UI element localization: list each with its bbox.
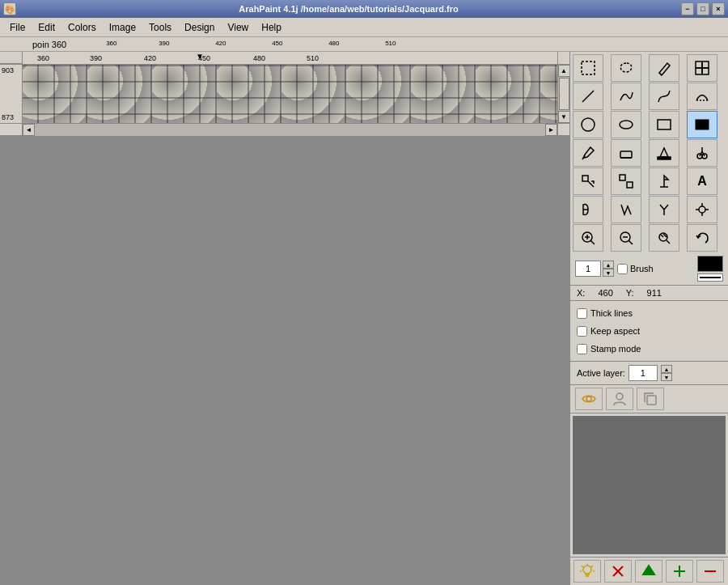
menu-view[interactable]: View xyxy=(221,20,255,35)
stamp-mode-checkbox[interactable] xyxy=(577,344,587,354)
zoom-in-button[interactable] xyxy=(573,224,603,252)
arc-tool[interactable] xyxy=(687,83,717,110)
scrollbar-bottom: ◄ ► xyxy=(23,123,557,135)
transform-c-tool[interactable] xyxy=(649,167,679,195)
active-layer-row: Active layer: 1 ▲ ▼ xyxy=(570,362,728,385)
layer-light-button[interactable] xyxy=(574,560,601,583)
freehand-tool[interactable] xyxy=(611,83,641,110)
size-input[interactable]: 1 xyxy=(575,261,601,277)
svg-point-35 xyxy=(586,396,591,401)
dropper-tool[interactable] xyxy=(573,139,603,167)
menu-help[interactable]: Help xyxy=(255,20,288,35)
svg-line-28 xyxy=(590,240,595,244)
undo-button[interactable] xyxy=(687,224,717,252)
curve-tool[interactable] xyxy=(649,83,679,110)
zoom-fit-button[interactable] xyxy=(649,224,679,252)
menu-image[interactable]: Image xyxy=(103,20,142,35)
fabric-canvas xyxy=(23,65,557,123)
transform-a-tool[interactable] xyxy=(573,167,603,195)
layer-spinner: ▲ ▼ xyxy=(661,365,672,381)
ruler-top: 360 390 420 450 480 510 ▼ xyxy=(23,52,557,65)
stamp-mode-row: Stamp mode xyxy=(577,340,722,358)
layer-down-button[interactable]: ▼ xyxy=(661,373,672,381)
brush-checkbox-container: Brush xyxy=(617,264,654,274)
svg-rect-10 xyxy=(696,120,709,129)
canvas-bottom-row: ◄ ► xyxy=(0,123,569,135)
svg-rect-21 xyxy=(627,182,633,188)
layer-user-button[interactable] xyxy=(606,388,633,410)
layer-up-arrow-button[interactable] xyxy=(635,560,662,583)
eraser-tool[interactable] xyxy=(611,139,641,167)
scroll-track-horizontal[interactable] xyxy=(35,124,545,136)
tool-b[interactable] xyxy=(611,196,641,223)
layer-preview xyxy=(573,416,726,554)
keep-aspect-checkbox[interactable] xyxy=(577,326,587,337)
window-controls: − □ × xyxy=(681,2,725,15)
scroll-up-button[interactable]: ▲ xyxy=(558,65,570,77)
keep-aspect-label: Keep aspect xyxy=(590,326,640,336)
svg-rect-19 xyxy=(582,176,588,181)
size-up-button[interactable]: ▲ xyxy=(603,261,614,269)
size-spinner: 1 ▲ ▼ xyxy=(575,261,614,277)
transform-b-tool[interactable] xyxy=(611,167,641,195)
scroll-right-button[interactable]: ► xyxy=(545,124,557,136)
scroll-down-button[interactable]: ▼ xyxy=(558,111,570,123)
svg-rect-20 xyxy=(620,175,625,180)
thick-lines-label: Thick lines xyxy=(590,308,633,318)
layer-add-button[interactable] xyxy=(666,560,693,583)
canvas-area: 360 390 420 450 480 510 ▼ 903 873 843 xyxy=(0,52,569,585)
rect-select-tool[interactable] xyxy=(573,54,603,82)
tool-d[interactable] xyxy=(687,196,717,223)
fill-tool[interactable] xyxy=(649,139,679,167)
active-layer-label: Active layer: xyxy=(577,368,625,378)
menu-edit[interactable]: Edit xyxy=(32,20,61,35)
cut-tool[interactable] xyxy=(687,139,717,167)
svg-rect-0 xyxy=(582,61,595,74)
menu-tools[interactable]: Tools xyxy=(142,20,178,35)
tool-a[interactable] xyxy=(573,196,603,223)
layer-up-button[interactable]: ▲ xyxy=(661,365,672,373)
layer-minus-button[interactable] xyxy=(696,560,724,583)
tool-c[interactable] xyxy=(649,196,679,223)
menu-design[interactable]: Design xyxy=(178,20,221,35)
svg-line-5 xyxy=(582,91,594,102)
canvas-scroll-area[interactable] xyxy=(23,65,557,123)
scroll-left-button[interactable]: ◄ xyxy=(23,124,35,136)
filled-rect-tool[interactable] xyxy=(687,111,717,138)
svg-rect-2 xyxy=(702,61,709,68)
ellipse-tool[interactable] xyxy=(573,111,603,138)
color-swatch[interactable] xyxy=(697,256,723,272)
scroll-thumb-vertical[interactable] xyxy=(559,78,569,110)
stroke-preview xyxy=(697,273,723,282)
main-layout: 360 390 420 450 480 510 ▼ 903 873 843 xyxy=(0,52,728,585)
line-tool[interactable] xyxy=(573,83,603,110)
pencil-tool[interactable] xyxy=(649,54,679,82)
lasso-tool[interactable] xyxy=(611,54,641,82)
y-label: Y: xyxy=(626,288,634,298)
zoom-tool[interactable] xyxy=(687,54,717,82)
text-tool[interactable]: A xyxy=(687,167,717,195)
layer-copy-button[interactable] xyxy=(637,388,664,410)
brush-checkbox[interactable] xyxy=(617,264,628,274)
svg-rect-37 xyxy=(647,396,656,405)
svg-point-38 xyxy=(583,566,591,574)
size-down-button[interactable]: ▼ xyxy=(603,269,614,277)
coordinates-row: X: 460 Y: 911 xyxy=(570,286,728,301)
thick-lines-checkbox[interactable] xyxy=(577,308,587,319)
maximize-button[interactable]: □ xyxy=(696,2,709,15)
menu-colors[interactable]: Colors xyxy=(61,20,103,35)
close-button[interactable]: × xyxy=(712,2,725,15)
zoom-out-button[interactable] xyxy=(611,224,641,252)
menu-file[interactable]: File xyxy=(3,20,32,35)
layer-delete-button[interactable] xyxy=(604,560,632,583)
ruler-corner xyxy=(0,52,23,64)
oval-tool[interactable] xyxy=(611,111,641,138)
active-layer-input[interactable]: 1 xyxy=(629,365,658,381)
svg-marker-41 xyxy=(643,566,654,574)
scroll-track-vertical[interactable] xyxy=(558,77,570,111)
svg-point-36 xyxy=(616,393,623,400)
minimize-button[interactable]: − xyxy=(681,2,694,15)
rectangle-tool[interactable] xyxy=(649,111,679,138)
layer-visible-button[interactable] xyxy=(575,388,603,410)
ruler-left: 903 873 843 813 783 753 xyxy=(0,65,23,123)
